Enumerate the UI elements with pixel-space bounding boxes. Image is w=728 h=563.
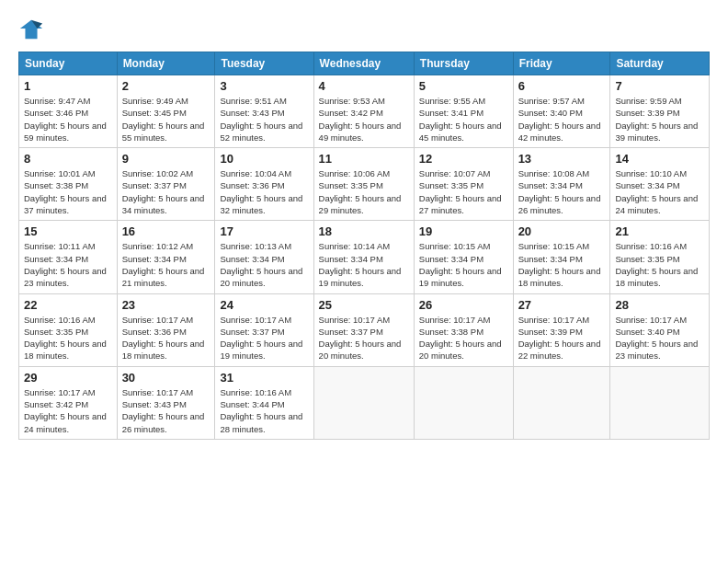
- day-info: Sunrise: 10:13 AMSunset: 3:34 PMDaylight…: [220, 241, 302, 288]
- calendar-cell: 20 Sunrise: 10:15 AMSunset: 3:34 PMDayli…: [513, 221, 610, 293]
- day-info: Sunrise: 9:59 AMSunset: 3:39 PMDaylight:…: [615, 96, 698, 143]
- week-row-2: 15 Sunrise: 10:11 AMSunset: 3:34 PMDayli…: [19, 221, 710, 293]
- calendar-cell: 1 Sunrise: 9:47 AMSunset: 3:46 PMDayligh…: [19, 75, 118, 148]
- day-info: Sunrise: 10:17 AMSunset: 3:37 PMDaylight…: [220, 315, 302, 362]
- calendar-cell: 11 Sunrise: 10:06 AMSunset: 3:35 PMDayli…: [313, 148, 414, 221]
- calendar-cell: 28 Sunrise: 10:17 AMSunset: 3:40 PMDayli…: [610, 293, 710, 366]
- day-number: 1: [24, 79, 112, 93]
- calendar-cell: 15 Sunrise: 10:11 AMSunset: 3:34 PMDayli…: [19, 221, 118, 293]
- logo: [18, 17, 48, 42]
- day-info: Sunrise: 10:07 AMSunset: 3:35 PMDaylight…: [419, 168, 502, 215]
- week-row-0: 1 Sunrise: 9:47 AMSunset: 3:46 PMDayligh…: [19, 75, 710, 148]
- calendar-cell: 26 Sunrise: 10:17 AMSunset: 3:38 PMDayli…: [414, 293, 513, 366]
- day-info: Sunrise: 10:04 AMSunset: 3:36 PMDaylight…: [220, 168, 302, 215]
- calendar-cell: 23 Sunrise: 10:17 AMSunset: 3:36 PMDayli…: [117, 293, 215, 366]
- calendar-cell: 2 Sunrise: 9:49 AMSunset: 3:45 PMDayligh…: [117, 75, 215, 148]
- day-number: 3: [220, 79, 308, 93]
- calendar-cell: 25 Sunrise: 10:17 AMSunset: 3:37 PMDayli…: [313, 293, 414, 366]
- calendar-cell: 3 Sunrise: 9:51 AMSunset: 3:43 PMDayligh…: [215, 75, 313, 148]
- day-info: Sunrise: 9:47 AMSunset: 3:46 PMDaylight:…: [24, 96, 107, 143]
- calendar-cell: 27 Sunrise: 10:17 AMSunset: 3:39 PMDayli…: [513, 293, 610, 366]
- day-number: 24: [220, 298, 308, 312]
- week-row-1: 8 Sunrise: 10:01 AMSunset: 3:38 PMDaylig…: [19, 148, 710, 221]
- calendar-cell: 22 Sunrise: 10:16 AMSunset: 3:35 PMDayli…: [19, 293, 118, 366]
- calendar-cell: 6 Sunrise: 9:57 AMSunset: 3:40 PMDayligh…: [513, 75, 610, 148]
- calendar-cell: [610, 366, 710, 439]
- day-info: Sunrise: 10:17 AMSunset: 3:39 PMDaylight…: [518, 315, 601, 362]
- day-info: Sunrise: 10:17 AMSunset: 3:40 PMDaylight…: [615, 315, 698, 362]
- day-info: Sunrise: 9:57 AMSunset: 3:40 PMDaylight:…: [518, 96, 601, 143]
- day-info: Sunrise: 10:02 AMSunset: 3:37 PMDaylight…: [122, 168, 205, 215]
- day-number: 9: [122, 152, 210, 166]
- day-number: 16: [122, 224, 210, 238]
- day-number: 26: [419, 298, 508, 312]
- day-info: Sunrise: 10:16 AMSunset: 3:35 PMDaylight…: [24, 315, 107, 362]
- day-number: 13: [518, 152, 606, 166]
- day-number: 15: [24, 224, 112, 238]
- day-number: 2: [122, 79, 210, 93]
- day-number: 11: [319, 152, 409, 166]
- day-number: 19: [419, 224, 508, 238]
- day-info: Sunrise: 10:17 AMSunset: 3:36 PMDaylight…: [122, 315, 205, 362]
- day-info: Sunrise: 10:01 AMSunset: 3:38 PMDaylight…: [24, 168, 107, 215]
- col-header-monday: Monday: [117, 52, 215, 75]
- calendar-cell: 9 Sunrise: 10:02 AMSunset: 3:37 PMDaylig…: [117, 148, 215, 221]
- logo-icon: [18, 17, 44, 42]
- col-header-thursday: Thursday: [414, 52, 513, 75]
- calendar-cell: 4 Sunrise: 9:53 AMSunset: 3:42 PMDayligh…: [313, 75, 414, 148]
- calendar-table: SundayMondayTuesdayWednesdayThursdayFrid…: [18, 52, 710, 440]
- day-info: Sunrise: 10:17 AMSunset: 3:43 PMDaylight…: [122, 387, 205, 434]
- day-info: Sunrise: 9:55 AMSunset: 3:41 PMDaylight:…: [419, 96, 502, 143]
- calendar-cell: 18 Sunrise: 10:14 AMSunset: 3:34 PMDayli…: [313, 221, 414, 293]
- col-header-sunday: Sunday: [19, 52, 118, 75]
- calendar-cell: 12 Sunrise: 10:07 AMSunset: 3:35 PMDayli…: [414, 148, 513, 221]
- day-info: Sunrise: 10:11 AMSunset: 3:34 PMDaylight…: [24, 241, 107, 288]
- day-info: Sunrise: 10:16 AMSunset: 3:35 PMDaylight…: [615, 241, 698, 288]
- day-info: Sunrise: 10:15 AMSunset: 3:34 PMDaylight…: [419, 241, 502, 288]
- day-number: 5: [419, 79, 508, 93]
- day-info: Sunrise: 10:17 AMSunset: 3:42 PMDaylight…: [24, 387, 107, 434]
- day-info: Sunrise: 10:14 AMSunset: 3:34 PMDaylight…: [319, 241, 402, 288]
- calendar-cell: 21 Sunrise: 10:16 AMSunset: 3:35 PMDayli…: [610, 221, 710, 293]
- calendar-cell: 5 Sunrise: 9:55 AMSunset: 3:41 PMDayligh…: [414, 75, 513, 148]
- calendar-cell: 7 Sunrise: 9:59 AMSunset: 3:39 PMDayligh…: [610, 75, 710, 148]
- day-number: 14: [615, 152, 704, 166]
- day-number: 8: [24, 152, 112, 166]
- calendar-cell: 17 Sunrise: 10:13 AMSunset: 3:34 PMDayli…: [215, 221, 313, 293]
- calendar-cell: 10 Sunrise: 10:04 AMSunset: 3:36 PMDayli…: [215, 148, 313, 221]
- col-header-saturday: Saturday: [610, 52, 710, 75]
- calendar-cell: [513, 366, 610, 439]
- day-info: Sunrise: 10:08 AMSunset: 3:34 PMDaylight…: [518, 168, 601, 215]
- day-number: 27: [518, 298, 606, 312]
- calendar-cell: 13 Sunrise: 10:08 AMSunset: 3:34 PMDayli…: [513, 148, 610, 221]
- day-number: 17: [220, 224, 308, 238]
- day-number: 18: [319, 224, 409, 238]
- day-number: 21: [615, 224, 704, 238]
- day-number: 20: [518, 224, 606, 238]
- day-number: 6: [518, 79, 606, 93]
- day-number: 12: [419, 152, 508, 166]
- day-info: Sunrise: 10:06 AMSunset: 3:35 PMDaylight…: [319, 168, 402, 215]
- day-number: 10: [220, 152, 308, 166]
- calendar-cell: [414, 366, 513, 439]
- calendar-cell: [313, 366, 414, 439]
- day-number: 7: [615, 79, 704, 93]
- day-info: Sunrise: 9:49 AMSunset: 3:45 PMDaylight:…: [122, 96, 205, 143]
- day-info: Sunrise: 10:12 AMSunset: 3:34 PMDaylight…: [122, 241, 205, 288]
- day-number: 22: [24, 298, 112, 312]
- day-info: Sunrise: 10:16 AMSunset: 3:44 PMDaylight…: [220, 387, 302, 434]
- day-number: 30: [122, 371, 210, 385]
- calendar-cell: 8 Sunrise: 10:01 AMSunset: 3:38 PMDaylig…: [19, 148, 118, 221]
- page: SundayMondayTuesdayWednesdayThursdayFrid…: [0, 0, 728, 563]
- day-number: 29: [24, 371, 112, 385]
- calendar-cell: 29 Sunrise: 10:17 AMSunset: 3:42 PMDayli…: [19, 366, 118, 439]
- header-row: SundayMondayTuesdayWednesdayThursdayFrid…: [19, 52, 710, 75]
- col-header-tuesday: Tuesday: [215, 52, 313, 75]
- col-header-friday: Friday: [513, 52, 610, 75]
- day-info: Sunrise: 10:17 AMSunset: 3:37 PMDaylight…: [319, 315, 402, 362]
- day-number: 23: [122, 298, 210, 312]
- week-row-3: 22 Sunrise: 10:16 AMSunset: 3:35 PMDayli…: [19, 293, 710, 366]
- calendar-cell: 31 Sunrise: 10:16 AMSunset: 3:44 PMDayli…: [215, 366, 313, 439]
- day-number: 31: [220, 371, 308, 385]
- day-info: Sunrise: 10:17 AMSunset: 3:38 PMDaylight…: [419, 315, 502, 362]
